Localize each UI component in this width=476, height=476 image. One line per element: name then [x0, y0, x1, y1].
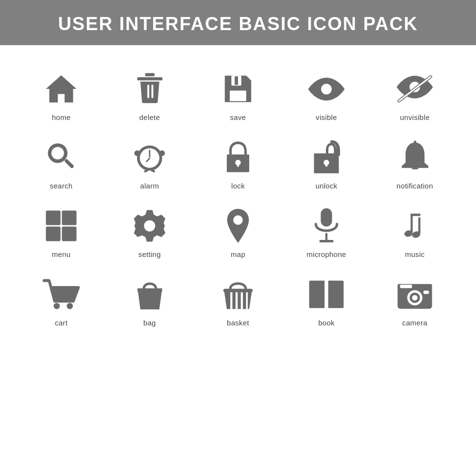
unlock-label: unlock: [315, 182, 337, 190]
delete-label: delete: [139, 113, 160, 121]
svg-rect-51: [223, 289, 253, 292]
icon-cell-cart: cart: [19, 270, 103, 334]
svg-rect-29: [402, 166, 428, 168]
svg-point-7: [321, 84, 332, 94]
icon-cell-basket: basket: [196, 270, 280, 334]
icon-cell-book: book: [285, 270, 368, 334]
save-icon: [219, 69, 257, 108]
book-icon: [307, 275, 346, 314]
header: USER INTERFACE BASIC ICON PACK: [0, 0, 476, 45]
icon-cell-delete: delete: [108, 65, 191, 128]
svg-rect-13: [64, 158, 74, 169]
icon-cell-save: save: [196, 65, 280, 128]
svg-rect-39: [410, 214, 412, 233]
svg-point-44: [53, 303, 60, 309]
unlock-icon: [307, 138, 346, 177]
icon-cell-unlock: unlock: [285, 133, 368, 197]
lock-label: lock: [231, 182, 245, 190]
svg-rect-32: [46, 226, 61, 241]
setting-label: setting: [138, 250, 161, 258]
svg-rect-36: [321, 208, 332, 227]
icon-cell-unvisible: unvisible: [373, 65, 457, 128]
visible-label: visible: [316, 113, 337, 121]
svg-rect-52: [324, 281, 328, 308]
map-icon: [219, 206, 257, 245]
camera-icon: [395, 275, 434, 314]
svg-rect-38: [320, 240, 334, 242]
search-icon: [42, 138, 81, 177]
lock-icon: [219, 138, 257, 177]
delete-icon: [130, 69, 169, 108]
svg-rect-16: [149, 150, 151, 157]
header-title: USER INTERFACE BASIC ICON PACK: [0, 14, 476, 34]
icon-cell-alarm: alarm: [108, 133, 191, 197]
icon-cell-setting: setting: [108, 202, 191, 265]
save-label: save: [230, 113, 246, 121]
icon-cell-microphone: microphone: [285, 202, 368, 265]
cart-label: cart: [55, 319, 68, 327]
svg-rect-37: [325, 233, 327, 241]
svg-rect-0: [145, 73, 154, 77]
cart-icon: [42, 275, 81, 314]
icon-cell-music: music: [373, 202, 457, 265]
icon-cell-notification: notification: [373, 133, 457, 197]
svg-rect-59: [424, 290, 429, 294]
svg-rect-27: [325, 163, 327, 167]
icon-cell-home: home: [19, 65, 103, 128]
svg-rect-47: [230, 290, 232, 309]
svg-point-35: [233, 215, 243, 225]
book-label: book: [318, 319, 335, 327]
icon-cell-bag: bag: [108, 270, 191, 334]
svg-point-34: [144, 220, 155, 231]
icon-cell-camera: camera: [373, 270, 457, 334]
svg-rect-41: [410, 214, 420, 216]
home-label: home: [52, 113, 71, 121]
svg-rect-31: [62, 211, 76, 225]
notification-icon: [395, 138, 434, 177]
svg-rect-55: [400, 285, 412, 288]
icon-cell-search: search: [19, 133, 103, 197]
bag-label: bag: [143, 319, 156, 327]
svg-point-45: [67, 303, 73, 309]
menu-label: menu: [52, 250, 71, 258]
svg-rect-2: [147, 85, 149, 98]
map-label: map: [231, 250, 245, 258]
basket-icon: [219, 275, 257, 314]
svg-rect-4: [230, 90, 246, 101]
menu-icon: [42, 206, 81, 245]
svg-point-12: [51, 147, 64, 159]
svg-rect-28: [413, 141, 416, 144]
svg-rect-40: [418, 217, 420, 234]
alarm-icon: [130, 138, 169, 177]
setting-icon: [130, 206, 169, 245]
icon-cell-lock: lock: [196, 133, 280, 197]
icon-cell-visible: visible: [285, 65, 368, 128]
music-icon: [395, 206, 434, 245]
unvisible-label: unvisible: [400, 113, 429, 121]
microphone-label: microphone: [306, 250, 346, 258]
unvisible-icon: [395, 69, 434, 108]
visible-icon: [307, 69, 346, 108]
svg-rect-33: [62, 226, 76, 241]
bag-icon: [130, 275, 169, 314]
icon-grid: home delete: [0, 50, 476, 343]
search-label: search: [50, 182, 73, 190]
home-icon: [42, 69, 81, 108]
notification-label: notification: [396, 182, 433, 190]
svg-rect-24: [237, 163, 239, 167]
svg-rect-3: [151, 85, 153, 98]
microphone-icon: [307, 206, 346, 245]
svg-rect-48: [236, 290, 238, 309]
svg-rect-6: [235, 76, 238, 85]
svg-rect-1: [137, 77, 162, 81]
svg-point-58: [412, 295, 417, 300]
svg-rect-50: [246, 290, 248, 309]
svg-rect-30: [46, 211, 61, 225]
alarm-label: alarm: [140, 182, 159, 190]
icon-cell-map: map: [196, 202, 280, 265]
camera-label: camera: [402, 319, 427, 327]
svg-rect-46: [44, 279, 50, 282]
svg-rect-49: [241, 290, 243, 309]
music-label: music: [405, 250, 425, 258]
icon-cell-menu: menu: [19, 202, 103, 265]
